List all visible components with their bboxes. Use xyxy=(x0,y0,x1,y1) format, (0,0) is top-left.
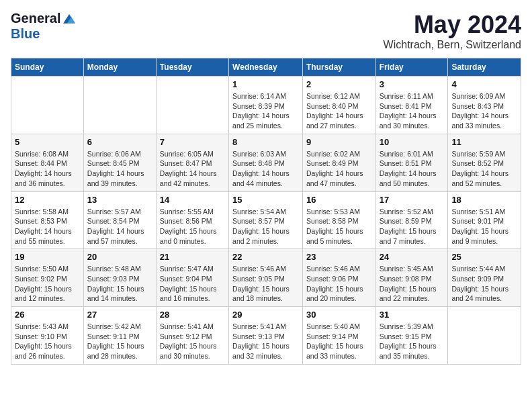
day-info: Sunrise: 6:05 AM Sunset: 8:47 PM Dayligh… xyxy=(160,149,225,189)
day-info: Sunrise: 6:02 AM Sunset: 8:49 PM Dayligh… xyxy=(306,149,372,189)
day-info: Sunrise: 6:09 AM Sunset: 8:43 PM Dayligh… xyxy=(451,91,517,131)
day-number: 12 xyxy=(15,195,80,205)
day-number: 19 xyxy=(15,252,80,262)
day-info: Sunrise: 5:48 AM Sunset: 9:03 PM Dayligh… xyxy=(87,264,152,304)
calendar-cell: 8Sunrise: 6:03 AM Sunset: 8:48 PM Daylig… xyxy=(229,134,303,191)
day-info: Sunrise: 6:11 AM Sunset: 8:41 PM Dayligh… xyxy=(380,91,445,131)
weekday-header-row: SundayMondayTuesdayWednesdayThursdayFrid… xyxy=(11,58,521,77)
day-info: Sunrise: 5:47 AM Sunset: 9:04 PM Dayligh… xyxy=(160,264,225,304)
page-header: General Blue May 2024 Wichtrach, Bern, S… xyxy=(11,11,521,51)
calendar-cell: 10Sunrise: 6:01 AM Sunset: 8:51 PM Dayli… xyxy=(375,134,448,191)
calendar-cell xyxy=(156,77,228,134)
day-number: 27 xyxy=(87,310,152,320)
day-number: 10 xyxy=(380,137,445,147)
day-info: Sunrise: 6:03 AM Sunset: 8:48 PM Dayligh… xyxy=(232,149,299,189)
calendar-cell: 5Sunrise: 6:08 AM Sunset: 8:44 PM Daylig… xyxy=(11,134,84,191)
calendar-cell: 14Sunrise: 5:55 AM Sunset: 8:56 PM Dayli… xyxy=(156,191,228,249)
calendar-week-row: 19Sunrise: 5:50 AM Sunset: 9:02 PM Dayli… xyxy=(11,249,521,307)
calendar-cell: 28Sunrise: 5:41 AM Sunset: 9:12 PM Dayli… xyxy=(156,307,228,365)
day-number: 11 xyxy=(451,137,517,147)
day-number: 17 xyxy=(380,195,445,205)
day-number: 3 xyxy=(380,79,445,89)
logo: General Blue xyxy=(11,11,77,42)
weekday-header-monday: Monday xyxy=(83,58,156,77)
day-info: Sunrise: 5:39 AM Sunset: 9:15 PM Dayligh… xyxy=(380,322,445,361)
calendar-cell: 21Sunrise: 5:47 AM Sunset: 9:04 PM Dayli… xyxy=(156,249,228,307)
day-number: 28 xyxy=(160,310,225,320)
day-info: Sunrise: 5:41 AM Sunset: 9:12 PM Dayligh… xyxy=(160,322,225,361)
calendar-week-row: 1Sunrise: 6:14 AM Sunset: 8:39 PM Daylig… xyxy=(11,77,521,134)
day-number: 20 xyxy=(87,252,152,262)
calendar-cell: 22Sunrise: 5:46 AM Sunset: 9:05 PM Dayli… xyxy=(229,249,303,307)
day-info: Sunrise: 5:58 AM Sunset: 8:53 PM Dayligh… xyxy=(15,207,80,246)
calendar-cell xyxy=(11,77,84,134)
calendar-cell: 13Sunrise: 5:57 AM Sunset: 8:54 PM Dayli… xyxy=(83,191,156,249)
day-info: Sunrise: 5:52 AM Sunset: 8:59 PM Dayligh… xyxy=(380,207,445,246)
calendar-cell: 1Sunrise: 6:14 AM Sunset: 8:39 PM Daylig… xyxy=(229,77,303,134)
day-number: 24 xyxy=(380,252,445,262)
day-info: Sunrise: 6:06 AM Sunset: 8:45 PM Dayligh… xyxy=(87,149,152,189)
calendar-cell: 20Sunrise: 5:48 AM Sunset: 9:03 PM Dayli… xyxy=(83,249,156,307)
day-info: Sunrise: 5:50 AM Sunset: 9:02 PM Dayligh… xyxy=(15,264,80,304)
day-number: 25 xyxy=(451,252,517,262)
calendar-week-row: 26Sunrise: 5:43 AM Sunset: 9:10 PM Dayli… xyxy=(11,307,521,365)
calendar-cell: 31Sunrise: 5:39 AM Sunset: 9:15 PM Dayli… xyxy=(375,307,448,365)
day-number: 26 xyxy=(15,310,80,320)
day-number: 30 xyxy=(306,310,372,320)
logo-icon xyxy=(62,13,77,25)
day-number: 29 xyxy=(232,310,299,320)
title-area: May 2024 Wichtrach, Bern, Switzerland xyxy=(384,11,521,51)
weekday-header-friday: Friday xyxy=(375,58,448,77)
calendar-cell xyxy=(448,307,521,365)
logo-blue-text: Blue xyxy=(11,26,40,42)
calendar-week-row: 5Sunrise: 6:08 AM Sunset: 8:44 PM Daylig… xyxy=(11,134,521,191)
day-number: 4 xyxy=(451,79,517,89)
calendar-cell: 17Sunrise: 5:52 AM Sunset: 8:59 PM Dayli… xyxy=(375,191,448,249)
day-info: Sunrise: 5:43 AM Sunset: 9:10 PM Dayligh… xyxy=(15,322,80,361)
day-info: Sunrise: 5:53 AM Sunset: 8:58 PM Dayligh… xyxy=(306,207,372,246)
calendar-cell: 19Sunrise: 5:50 AM Sunset: 9:02 PM Dayli… xyxy=(11,249,84,307)
calendar-cell: 16Sunrise: 5:53 AM Sunset: 8:58 PM Dayli… xyxy=(302,191,375,249)
day-info: Sunrise: 6:08 AM Sunset: 8:44 PM Dayligh… xyxy=(15,149,80,189)
calendar-cell: 26Sunrise: 5:43 AM Sunset: 9:10 PM Dayli… xyxy=(11,307,84,365)
day-number: 22 xyxy=(232,252,299,262)
calendar-cell: 9Sunrise: 6:02 AM Sunset: 8:49 PM Daylig… xyxy=(302,134,375,191)
day-number: 23 xyxy=(306,252,372,262)
day-info: Sunrise: 5:57 AM Sunset: 8:54 PM Dayligh… xyxy=(87,207,152,246)
day-number: 31 xyxy=(380,310,445,320)
calendar-cell: 2Sunrise: 6:12 AM Sunset: 8:40 PM Daylig… xyxy=(302,77,375,134)
month-title: May 2024 xyxy=(384,11,521,39)
calendar-cell: 27Sunrise: 5:42 AM Sunset: 9:11 PM Dayli… xyxy=(83,307,156,365)
day-info: Sunrise: 5:45 AM Sunset: 9:08 PM Dayligh… xyxy=(380,264,445,304)
day-number: 16 xyxy=(306,195,372,205)
day-number: 2 xyxy=(306,79,372,89)
calendar-cell: 11Sunrise: 5:59 AM Sunset: 8:52 PM Dayli… xyxy=(448,134,521,191)
calendar-cell: 25Sunrise: 5:44 AM Sunset: 9:09 PM Dayli… xyxy=(448,249,521,307)
day-info: Sunrise: 6:14 AM Sunset: 8:39 PM Dayligh… xyxy=(232,91,299,131)
day-number: 6 xyxy=(87,137,152,147)
calendar-cell: 6Sunrise: 6:06 AM Sunset: 8:45 PM Daylig… xyxy=(83,134,156,191)
weekday-header-tuesday: Tuesday xyxy=(156,58,228,77)
day-info: Sunrise: 5:44 AM Sunset: 9:09 PM Dayligh… xyxy=(451,264,517,304)
calendar-cell: 3Sunrise: 6:11 AM Sunset: 8:41 PM Daylig… xyxy=(375,77,448,134)
calendar-table: SundayMondayTuesdayWednesdayThursdayFrid… xyxy=(11,58,521,365)
day-info: Sunrise: 6:12 AM Sunset: 8:40 PM Dayligh… xyxy=(306,91,372,131)
day-info: Sunrise: 5:40 AM Sunset: 9:14 PM Dayligh… xyxy=(306,322,372,361)
calendar-cell: 4Sunrise: 6:09 AM Sunset: 8:43 PM Daylig… xyxy=(448,77,521,134)
day-info: Sunrise: 5:54 AM Sunset: 8:57 PM Dayligh… xyxy=(232,207,299,246)
calendar-cell: 24Sunrise: 5:45 AM Sunset: 9:08 PM Dayli… xyxy=(375,249,448,307)
logo-general-text: General xyxy=(11,11,60,26)
calendar-cell: 23Sunrise: 5:46 AM Sunset: 9:06 PM Dayli… xyxy=(302,249,375,307)
weekday-header-wednesday: Wednesday xyxy=(229,58,303,77)
calendar-cell: 15Sunrise: 5:54 AM Sunset: 8:57 PM Dayli… xyxy=(229,191,303,249)
calendar-cell: 18Sunrise: 5:51 AM Sunset: 9:01 PM Dayli… xyxy=(448,191,521,249)
day-number: 7 xyxy=(160,137,225,147)
day-info: Sunrise: 6:01 AM Sunset: 8:51 PM Dayligh… xyxy=(380,149,445,189)
day-number: 15 xyxy=(232,195,299,205)
day-number: 13 xyxy=(87,195,152,205)
weekday-header-sunday: Sunday xyxy=(11,58,84,77)
calendar-week-row: 12Sunrise: 5:58 AM Sunset: 8:53 PM Dayli… xyxy=(11,191,521,249)
day-info: Sunrise: 5:55 AM Sunset: 8:56 PM Dayligh… xyxy=(160,207,225,246)
day-number: 1 xyxy=(232,79,299,89)
calendar-cell xyxy=(83,77,156,134)
